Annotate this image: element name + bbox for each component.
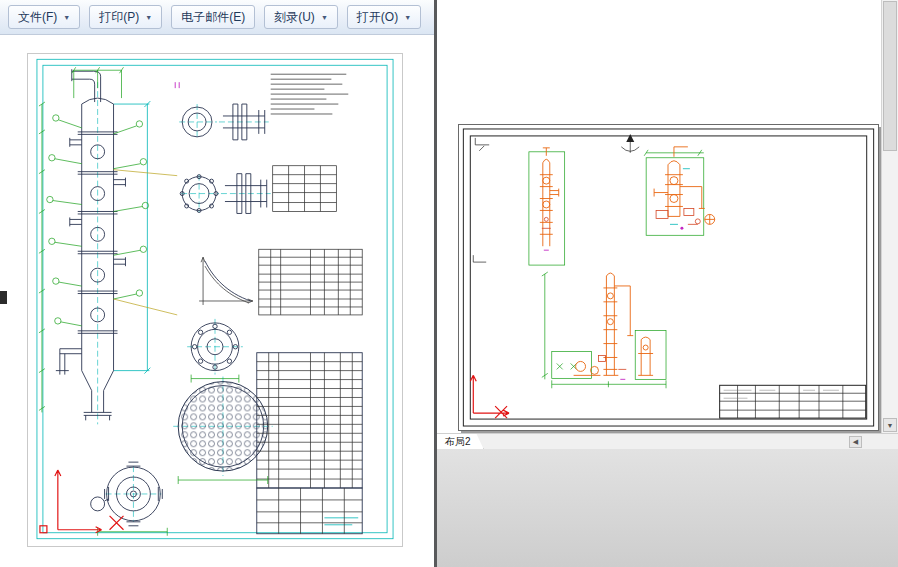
scroll-down-arrow-icon[interactable]: ▼ <box>883 418 897 432</box>
vertical-scrollbar[interactable]: ▼ <box>881 0 898 433</box>
cad-drawing-plant-layout <box>459 125 878 430</box>
dropdown-arrow-icon: ▼ <box>145 14 152 21</box>
email-button[interactable]: 电子邮件(E) <box>171 5 255 29</box>
dropdown-arrow-icon: ▼ <box>321 14 328 21</box>
edge-marker <box>0 291 7 304</box>
cad-layout-window: ▼ 布局2 ◀ <box>434 0 898 567</box>
open-button-label: 打开(O) <box>357 9 398 26</box>
scroll-left-arrow-icon[interactable]: ◀ <box>849 436 862 448</box>
file-button-label: 文件(F) <box>18 9 57 26</box>
drawing-sheet-left <box>27 53 403 547</box>
print-button[interactable]: 打印(P) ▼ <box>89 5 162 29</box>
burn-button-label: 刻录(U) <box>274 9 315 26</box>
layout-viewport[interactable] <box>437 0 881 433</box>
open-button[interactable]: 打开(O) ▼ <box>347 5 421 29</box>
viewer-canvas <box>0 36 434 567</box>
dropdown-arrow-icon: ▼ <box>63 14 70 21</box>
desktop: 文件(F) ▼ 打印(P) ▼ 电子邮件(E) 刻录(U) ▼ 打开(O) ▼ <box>0 0 898 567</box>
tab-layout2[interactable]: 布局2 <box>437 434 484 449</box>
cad-drawing-column <box>28 54 402 546</box>
tab-layout2-label: 布局2 <box>445 435 471 449</box>
layout-tab-bar: 布局2 ◀ <box>437 433 898 449</box>
file-button[interactable]: 文件(F) ▼ <box>8 5 80 29</box>
vertical-scrollbar-thumb[interactable] <box>883 1 897 151</box>
viewer-toolbar: 文件(F) ▼ 打印(P) ▼ 电子邮件(E) 刻录(U) ▼ 打开(O) ▼ <box>0 0 434 35</box>
burn-button[interactable]: 刻录(U) ▼ <box>264 5 338 29</box>
photo-viewer-window: 文件(F) ▼ 打印(P) ▼ 电子邮件(E) 刻录(U) ▼ 打开(O) ▼ <box>0 0 434 567</box>
dropdown-arrow-icon: ▼ <box>404 14 411 21</box>
email-button-label: 电子邮件(E) <box>181 9 245 26</box>
print-button-label: 打印(P) <box>99 9 139 26</box>
drawing-sheet-right <box>458 124 879 431</box>
status-area <box>437 449 898 567</box>
